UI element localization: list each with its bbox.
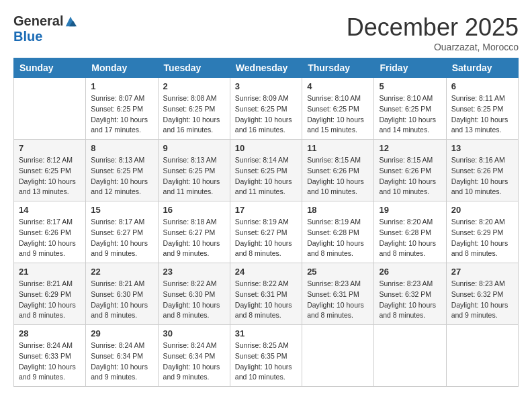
day-number: 8 <box>91 143 152 153</box>
calendar-cell: 28Sunrise: 8:24 AMSunset: 6:33 PMDayligh… <box>14 325 86 387</box>
column-header-sunday: Sunday <box>14 58 86 78</box>
day-info: Sunrise: 8:09 AMSunset: 6:25 PMDaylight:… <box>235 93 297 136</box>
day-number: 13 <box>451 143 513 153</box>
calendar-cell <box>374 325 446 387</box>
day-number: 14 <box>19 205 81 215</box>
calendar-week-row: 1Sunrise: 8:07 AMSunset: 6:25 PMDaylight… <box>14 78 519 140</box>
day-number: 25 <box>307 267 369 277</box>
day-info: Sunrise: 8:07 AMSunset: 6:25 PMDaylight:… <box>91 93 152 136</box>
day-number: 2 <box>163 81 225 91</box>
calendar-cell: 5Sunrise: 8:10 AMSunset: 6:25 PMDaylight… <box>374 78 446 140</box>
day-info: Sunrise: 8:21 AMSunset: 6:30 PMDaylight:… <box>91 279 152 321</box>
day-number: 4 <box>307 81 369 91</box>
column-header-monday: Monday <box>86 58 158 78</box>
day-number: 11 <box>307 143 369 153</box>
day-number: 30 <box>163 328 225 338</box>
day-info: Sunrise: 8:13 AMSunset: 6:25 PMDaylight:… <box>163 155 225 197</box>
calendar-cell: 30Sunrise: 8:24 AMSunset: 6:34 PMDayligh… <box>158 325 230 387</box>
calendar-cell: 14Sunrise: 8:17 AMSunset: 6:26 PMDayligh… <box>14 201 86 263</box>
day-info: Sunrise: 8:14 AMSunset: 6:25 PMDaylight:… <box>235 155 297 197</box>
day-info: Sunrise: 8:17 AMSunset: 6:26 PMDaylight:… <box>19 217 81 259</box>
calendar-cell: 11Sunrise: 8:15 AMSunset: 6:26 PMDayligh… <box>302 140 374 201</box>
day-info: Sunrise: 8:24 AMSunset: 6:34 PMDaylight:… <box>163 340 225 383</box>
calendar-week-row: 14Sunrise: 8:17 AMSunset: 6:26 PMDayligh… <box>14 201 519 263</box>
calendar-cell: 27Sunrise: 8:23 AMSunset: 6:32 PMDayligh… <box>446 263 518 325</box>
calendar-cell: 26Sunrise: 8:23 AMSunset: 6:32 PMDayligh… <box>374 263 446 325</box>
calendar-cell: 12Sunrise: 8:15 AMSunset: 6:26 PMDayligh… <box>374 140 446 201</box>
column-header-thursday: Thursday <box>302 58 374 78</box>
location-subtitle: Ouarzazat, Morocco <box>347 42 519 52</box>
day-info: Sunrise: 8:10 AMSunset: 6:25 PMDaylight:… <box>307 93 369 136</box>
day-number: 28 <box>19 328 81 338</box>
day-number: 20 <box>451 205 513 215</box>
day-number: 6 <box>451 81 513 91</box>
calendar-cell: 31Sunrise: 8:25 AMSunset: 6:35 PMDayligh… <box>230 325 302 387</box>
day-info: Sunrise: 8:24 AMSunset: 6:33 PMDaylight:… <box>19 340 81 383</box>
column-header-friday: Friday <box>374 58 446 78</box>
day-info: Sunrise: 8:20 AMSunset: 6:29 PMDaylight:… <box>451 217 513 259</box>
day-number: 19 <box>379 205 441 215</box>
day-number: 26 <box>379 267 441 277</box>
day-number: 16 <box>163 205 225 215</box>
logo-icon <box>64 15 77 28</box>
day-info: Sunrise: 8:18 AMSunset: 6:27 PMDaylight:… <box>163 217 225 259</box>
day-info: Sunrise: 8:15 AMSunset: 6:26 PMDaylight:… <box>379 155 441 197</box>
day-info: Sunrise: 8:22 AMSunset: 6:30 PMDaylight:… <box>163 279 225 321</box>
calendar-cell: 8Sunrise: 8:13 AMSunset: 6:25 PMDaylight… <box>86 140 158 201</box>
calendar-week-row: 7Sunrise: 8:12 AMSunset: 6:25 PMDaylight… <box>14 140 519 201</box>
day-number: 7 <box>19 143 81 153</box>
calendar-cell: 13Sunrise: 8:16 AMSunset: 6:26 PMDayligh… <box>446 140 518 201</box>
calendar-cell: 6Sunrise: 8:11 AMSunset: 6:25 PMDaylight… <box>446 78 518 140</box>
calendar-header-row: SundayMondayTuesdayWednesdayThursdayFrid… <box>14 58 519 78</box>
day-number: 1 <box>91 81 152 91</box>
day-number: 10 <box>235 143 297 153</box>
column-header-saturday: Saturday <box>446 58 518 78</box>
calendar-cell: 22Sunrise: 8:21 AMSunset: 6:30 PMDayligh… <box>86 263 158 325</box>
day-number: 31 <box>235 328 297 338</box>
calendar-cell <box>14 78 86 140</box>
calendar-cell: 24Sunrise: 8:22 AMSunset: 6:31 PMDayligh… <box>230 263 302 325</box>
day-info: Sunrise: 8:21 AMSunset: 6:29 PMDaylight:… <box>19 279 81 321</box>
day-number: 17 <box>235 205 297 215</box>
calendar-week-row: 21Sunrise: 8:21 AMSunset: 6:29 PMDayligh… <box>14 263 519 325</box>
day-info: Sunrise: 8:08 AMSunset: 6:25 PMDaylight:… <box>163 93 225 136</box>
day-info: Sunrise: 8:25 AMSunset: 6:35 PMDaylight:… <box>235 340 297 383</box>
column-header-wednesday: Wednesday <box>230 58 302 78</box>
calendar-cell: 4Sunrise: 8:10 AMSunset: 6:25 PMDaylight… <box>302 78 374 140</box>
calendar-cell: 20Sunrise: 8:20 AMSunset: 6:29 PMDayligh… <box>446 201 518 263</box>
calendar-cell: 2Sunrise: 8:08 AMSunset: 6:25 PMDaylight… <box>158 78 230 140</box>
day-number: 18 <box>307 205 369 215</box>
logo: General Blue <box>13 13 77 44</box>
calendar-cell: 18Sunrise: 8:19 AMSunset: 6:28 PMDayligh… <box>302 201 374 263</box>
day-info: Sunrise: 8:19 AMSunset: 6:27 PMDaylight:… <box>235 217 297 259</box>
calendar-cell: 16Sunrise: 8:18 AMSunset: 6:27 PMDayligh… <box>158 201 230 263</box>
calendar-table: SundayMondayTuesdayWednesdayThursdayFrid… <box>13 58 519 387</box>
day-number: 22 <box>91 267 152 277</box>
day-number: 29 <box>91 328 152 338</box>
day-number: 23 <box>163 267 225 277</box>
day-info: Sunrise: 8:11 AMSunset: 6:25 PMDaylight:… <box>451 93 513 136</box>
calendar-cell: 25Sunrise: 8:23 AMSunset: 6:31 PMDayligh… <box>302 263 374 325</box>
calendar-cell <box>302 325 374 387</box>
calendar-cell: 21Sunrise: 8:21 AMSunset: 6:29 PMDayligh… <box>14 263 86 325</box>
calendar-cell: 9Sunrise: 8:13 AMSunset: 6:25 PMDaylight… <box>158 140 230 201</box>
day-info: Sunrise: 8:15 AMSunset: 6:26 PMDaylight:… <box>307 155 369 197</box>
day-info: Sunrise: 8:13 AMSunset: 6:25 PMDaylight:… <box>91 155 152 197</box>
calendar-cell: 1Sunrise: 8:07 AMSunset: 6:25 PMDaylight… <box>86 78 158 140</box>
day-info: Sunrise: 8:20 AMSunset: 6:28 PMDaylight:… <box>379 217 441 259</box>
calendar-cell: 19Sunrise: 8:20 AMSunset: 6:28 PMDayligh… <box>374 201 446 263</box>
calendar-cell: 17Sunrise: 8:19 AMSunset: 6:27 PMDayligh… <box>230 201 302 263</box>
day-number: 3 <box>235 81 297 91</box>
calendar-cell: 29Sunrise: 8:24 AMSunset: 6:34 PMDayligh… <box>86 325 158 387</box>
page-header: General Blue December 2025 Ouarzazat, Mo… <box>13 13 519 52</box>
day-number: 27 <box>451 267 513 277</box>
day-number: 12 <box>379 143 441 153</box>
day-info: Sunrise: 8:17 AMSunset: 6:27 PMDaylight:… <box>91 217 152 259</box>
day-info: Sunrise: 8:23 AMSunset: 6:32 PMDaylight:… <box>379 279 441 321</box>
calendar-cell <box>446 325 518 387</box>
day-info: Sunrise: 8:22 AMSunset: 6:31 PMDaylight:… <box>235 279 297 321</box>
calendar-cell: 10Sunrise: 8:14 AMSunset: 6:25 PMDayligh… <box>230 140 302 201</box>
day-number: 9 <box>163 143 225 153</box>
day-info: Sunrise: 8:10 AMSunset: 6:25 PMDaylight:… <box>379 93 441 136</box>
calendar-cell: 23Sunrise: 8:22 AMSunset: 6:30 PMDayligh… <box>158 263 230 325</box>
